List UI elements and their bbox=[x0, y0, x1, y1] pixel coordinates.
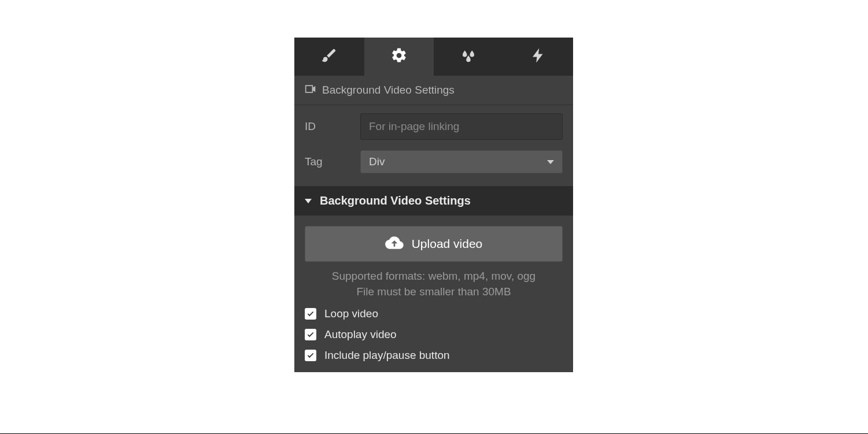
hint-line-2: File must be smaller than 30MB bbox=[305, 284, 563, 300]
id-row: ID bbox=[294, 105, 573, 148]
playpause-button-label: Include play/pause button bbox=[324, 349, 450, 362]
autoplay-video-checkbox[interactable]: Autoplay video bbox=[305, 328, 563, 341]
droplets-icon bbox=[460, 47, 477, 66]
section-toggle[interactable]: Background Video Settings bbox=[294, 186, 573, 216]
loop-video-label: Loop video bbox=[324, 307, 378, 320]
section-body: Upload video Supported formats: webm, mp… bbox=[294, 216, 573, 372]
panel-header: Background Video Settings bbox=[294, 76, 573, 105]
panel-header-title: Background Video Settings bbox=[322, 84, 455, 97]
video-camera-icon bbox=[305, 84, 316, 96]
caret-down-icon bbox=[547, 160, 554, 164]
checkbox-checked-icon bbox=[305, 329, 316, 340]
checkbox-checked-icon bbox=[305, 308, 316, 320]
brush-icon bbox=[320, 47, 338, 66]
cloud-upload-icon bbox=[385, 233, 404, 254]
gear-icon bbox=[390, 47, 408, 66]
tab-effects[interactable] bbox=[434, 38, 504, 76]
tab-style[interactable] bbox=[294, 38, 364, 76]
upload-button-label: Upload video bbox=[412, 237, 483, 251]
id-label: ID bbox=[305, 120, 350, 133]
tab-settings[interactable] bbox=[364, 38, 434, 76]
checkbox-checked-icon bbox=[305, 350, 316, 361]
hint-line-1: Supported formats: webm, mp4, mov, ogg bbox=[305, 269, 563, 284]
panel-tabs bbox=[294, 38, 573, 76]
tag-select-value: Div bbox=[369, 155, 385, 168]
autoplay-video-label: Autoplay video bbox=[324, 328, 397, 341]
tab-interactions[interactable] bbox=[504, 38, 574, 76]
bolt-icon bbox=[530, 47, 547, 66]
tag-row: Tag Div bbox=[294, 148, 573, 186]
upload-hint: Supported formats: webm, mp4, mov, ogg F… bbox=[305, 269, 563, 299]
id-input[interactable] bbox=[360, 113, 563, 140]
loop-video-checkbox[interactable]: Loop video bbox=[305, 307, 563, 320]
tag-select[interactable]: Div bbox=[360, 150, 563, 173]
section-title: Background Video Settings bbox=[320, 194, 471, 207]
upload-video-button[interactable]: Upload video bbox=[305, 226, 563, 262]
tag-label: Tag bbox=[305, 155, 350, 168]
caret-down-icon bbox=[305, 199, 312, 203]
playpause-button-checkbox[interactable]: Include play/pause button bbox=[305, 349, 563, 362]
settings-panel: Background Video Settings ID Tag Div Bac… bbox=[294, 38, 573, 372]
